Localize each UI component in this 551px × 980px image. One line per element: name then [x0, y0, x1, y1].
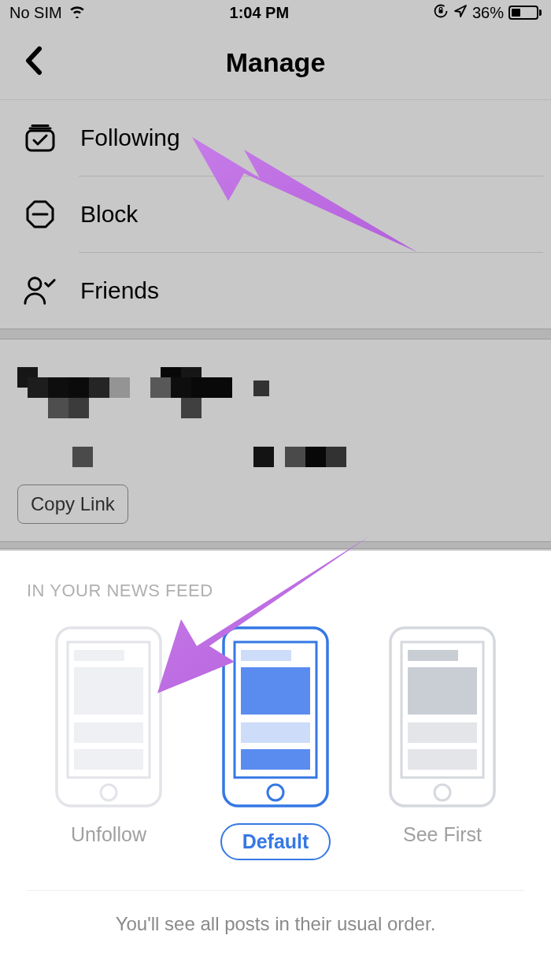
sheet-heading: IN YOUR NEWS FEED	[27, 581, 524, 601]
following-icon	[24, 122, 57, 154]
svg-point-35	[268, 785, 283, 800]
location-arrow-icon	[453, 4, 468, 22]
menu-item-block[interactable]: Block	[0, 176, 551, 252]
menu-label: Following	[80, 124, 180, 151]
svg-rect-37	[241, 650, 291, 661]
status-bar: No SIM 1:04 PM 36%	[0, 0, 551, 25]
menu-label: Block	[80, 201, 138, 228]
svg-rect-40	[241, 749, 310, 770]
svg-rect-11	[109, 377, 130, 398]
svg-rect-22	[72, 447, 93, 467]
svg-point-28	[101, 785, 116, 800]
section-divider	[0, 329, 551, 340]
menu-list: Following Block Friends	[0, 100, 551, 329]
option-label: See First	[403, 823, 482, 846]
svg-rect-9	[68, 377, 89, 398]
menu-label: Friends	[80, 277, 159, 304]
copy-link-button[interactable]: Copy Link	[17, 484, 128, 524]
svg-rect-7	[28, 377, 48, 398]
svg-rect-1	[438, 9, 442, 13]
svg-rect-20	[181, 398, 202, 418]
svg-rect-10	[89, 377, 109, 398]
svg-rect-46	[408, 722, 477, 743]
rotation-lock-icon	[433, 3, 449, 23]
page-header: Manage	[0, 25, 551, 100]
clock-label: 1:04 PM	[230, 4, 290, 22]
svg-rect-16	[150, 377, 171, 398]
back-button[interactable]	[24, 46, 43, 79]
svg-rect-21	[253, 380, 269, 396]
svg-rect-30	[74, 650, 124, 661]
feed-options: Unfollow Default	[27, 625, 524, 860]
svg-rect-32	[74, 722, 143, 743]
svg-rect-23	[253, 447, 274, 467]
svg-rect-13	[68, 398, 89, 418]
phone-illustration-unfollow	[54, 625, 164, 809]
option-unfollow[interactable]: Unfollow	[54, 625, 164, 846]
svg-rect-12	[48, 398, 68, 418]
battery-pct-label: 36%	[472, 4, 504, 22]
wifi-icon	[68, 4, 86, 22]
carrier-label: No SIM	[9, 4, 62, 22]
menu-item-following[interactable]: Following	[0, 100, 551, 176]
sheet-description: You'll see all posts in their usual orde…	[27, 891, 524, 935]
svg-point-42	[435, 785, 450, 800]
svg-rect-25	[305, 447, 326, 467]
page-title: Manage	[0, 47, 551, 78]
news-feed-sheet: IN YOUR NEWS FEED Unfollow	[0, 551, 551, 980]
option-default[interactable]: Default	[220, 625, 331, 860]
friends-icon	[24, 275, 57, 306]
svg-rect-33	[74, 749, 143, 770]
svg-rect-17	[171, 377, 191, 398]
battery-icon	[508, 6, 542, 20]
section-divider	[0, 541, 551, 549]
svg-rect-19	[212, 377, 232, 398]
phone-illustration-see-first	[387, 625, 497, 809]
option-label: Unfollow	[71, 823, 146, 846]
menu-item-friends[interactable]: Friends	[0, 253, 551, 329]
block-icon	[24, 199, 57, 230]
svg-rect-38	[241, 667, 310, 715]
link-section: Copy Link	[0, 340, 551, 541]
svg-rect-47	[408, 749, 477, 770]
svg-rect-26	[326, 447, 346, 467]
svg-rect-18	[191, 377, 212, 398]
svg-rect-31	[74, 667, 143, 715]
svg-rect-45	[408, 667, 477, 715]
svg-rect-39	[241, 722, 310, 743]
redacted-content	[17, 357, 534, 470]
option-see-first[interactable]: See First	[387, 625, 497, 846]
option-label-selected: Default	[220, 823, 331, 860]
svg-point-4	[29, 278, 41, 290]
svg-rect-44	[408, 650, 458, 661]
svg-rect-24	[285, 447, 305, 467]
svg-rect-8	[48, 377, 68, 398]
phone-illustration-default	[220, 625, 331, 809]
